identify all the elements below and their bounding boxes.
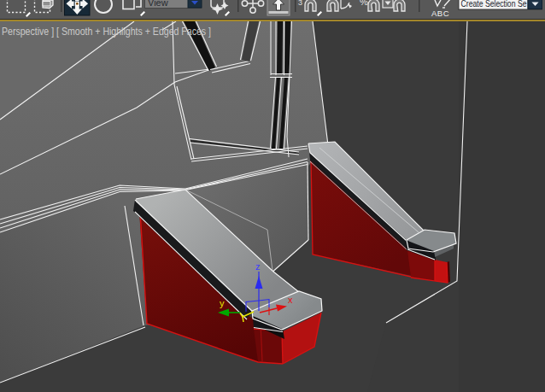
svg-text:ABC: ABC [431, 9, 449, 18]
svg-text:%: % [360, 0, 368, 7]
svg-text:3: 3 [298, 0, 302, 7]
svg-text:Perspective ] [ Smooth + Highl: Perspective ] [ Smooth + Highlights + Ed… [2, 26, 211, 38]
svg-text:z: z [255, 261, 261, 272]
svg-text:y: y [220, 298, 225, 308]
svg-text:View: View [148, 0, 168, 8]
svg-text:Create Selection Se: Create Selection Se [461, 0, 527, 9]
svg-text:x: x [288, 295, 293, 305]
